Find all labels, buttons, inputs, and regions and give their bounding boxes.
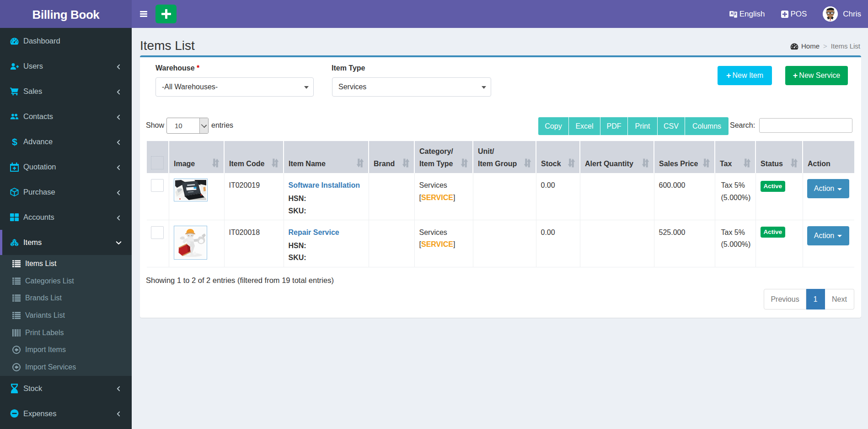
- svg-text:$: $: [12, 137, 17, 147]
